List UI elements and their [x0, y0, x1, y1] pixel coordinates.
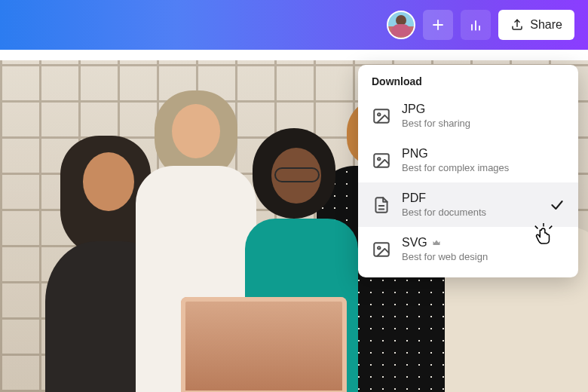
download-panel: Download JPG Best for sharing PNG Best f…: [358, 65, 578, 277]
svg-point-13: [378, 247, 380, 249]
download-option-svg[interactable]: SVG Best for web design: [358, 227, 578, 271]
download-option-pdf[interactable]: PDF Best for documents: [358, 182, 578, 227]
format-label: PNG: [402, 147, 509, 161]
user-avatar[interactable]: [387, 11, 415, 39]
upload-icon: [510, 18, 524, 32]
share-button-label: Share: [530, 18, 562, 32]
download-option-jpg[interactable]: JPG Best for sharing: [358, 93, 578, 138]
image-icon: [372, 240, 391, 259]
download-option-png[interactable]: PNG Best for complex images: [358, 138, 578, 182]
share-button[interactable]: Share: [498, 10, 574, 40]
add-button[interactable]: [423, 10, 453, 40]
check-icon: [550, 198, 565, 213]
svg-rect-12: [374, 243, 389, 256]
format-label: SVG: [402, 236, 488, 250]
svg-point-7: [378, 113, 380, 115]
crown-icon: [432, 238, 441, 247]
svg-rect-6: [374, 109, 389, 122]
topbar: Share: [0, 0, 588, 50]
secondary-bar: [0, 50, 588, 60]
format-subtitle: Best for sharing: [402, 118, 470, 129]
image-icon: [372, 106, 391, 126]
svg-rect-8: [374, 154, 389, 167]
format-label: JPG: [402, 103, 470, 116]
format-subtitle: Best for complex images: [402, 162, 509, 173]
bar-chart-icon: [468, 17, 483, 32]
download-panel-title: Download: [358, 75, 578, 93]
document-icon: [372, 195, 391, 215]
analytics-button[interactable]: [461, 10, 491, 40]
svg-point-9: [378, 158, 380, 160]
plus-icon: [431, 18, 445, 32]
image-icon: [372, 151, 391, 170]
format-subtitle: Best for documents: [402, 207, 486, 218]
format-subtitle: Best for web design: [402, 251, 488, 262]
format-label: PDF: [402, 191, 486, 205]
laptop-figure: [181, 297, 347, 392]
